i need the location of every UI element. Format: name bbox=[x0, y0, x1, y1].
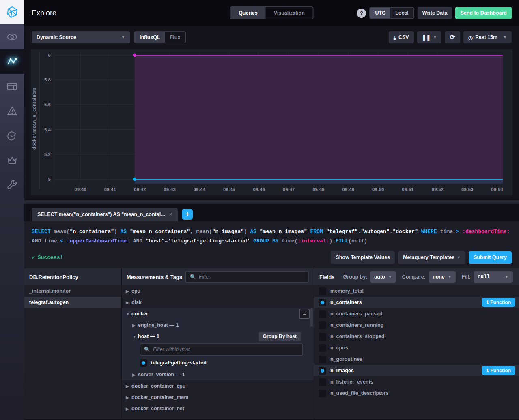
help-icon[interactable]: ? bbox=[357, 9, 366, 18]
tag-key-label: server_version — 1 bbox=[138, 372, 185, 377]
svg-text:09:54: 09:54 bbox=[491, 187, 503, 192]
svg-text:09:48: 09:48 bbox=[312, 187, 325, 192]
sidebar-item-configuration[interactable] bbox=[0, 173, 24, 197]
database-column: DB.RetentionPolicy _internal.monitortele… bbox=[24, 268, 122, 419]
sidebar-item-data-explorer[interactable] bbox=[0, 49, 24, 74]
function-count-badge[interactable]: 1 Function bbox=[482, 298, 515, 307]
tag-value-filter-input[interactable]: 🔍Filter within host bbox=[140, 343, 303, 356]
add-query-tab-button[interactable]: + bbox=[182, 209, 193, 220]
tab-visualization[interactable]: Visualization bbox=[266, 7, 313, 19]
measurement-label: cpu bbox=[131, 288, 140, 294]
field-row[interactable]: n_goroutines bbox=[314, 354, 519, 365]
chevron-right-icon: ▶ bbox=[132, 323, 138, 328]
field-row[interactable]: n_containers_running bbox=[314, 319, 519, 331]
show-template-values-button[interactable]: Show Template Values bbox=[331, 251, 395, 264]
refresh-button[interactable]: ⟳ bbox=[445, 31, 460, 43]
compare-dropdown[interactable]: none ▼ bbox=[429, 271, 456, 283]
db-list: _internal.monitortelegraf.autogen bbox=[24, 285, 121, 308]
query-status: ✔ Success! bbox=[32, 254, 63, 261]
svg-text:09:51: 09:51 bbox=[402, 187, 414, 192]
autorefresh-pause-dropdown[interactable]: ❚❚ ▼ bbox=[417, 31, 442, 43]
sidebar-item-organizations[interactable] bbox=[0, 148, 24, 173]
view-toggle: Queries Visualization bbox=[230, 6, 314, 19]
query-editor-section: SELECT mean("n_containers") AS "mean_n_c… bbox=[24, 204, 519, 268]
checkbox-checked-icon[interactable] bbox=[319, 367, 326, 375]
group-by-dropdown[interactable]: auto ▼ bbox=[370, 271, 396, 283]
tag-key-row[interactable]: ▼host — 1Group By host bbox=[122, 331, 314, 342]
checkbox-icon[interactable] bbox=[319, 390, 326, 397]
measurement-label: docker bbox=[131, 311, 148, 317]
checkbox-checked-icon[interactable] bbox=[319, 299, 326, 306]
chronograf-logo-icon[interactable] bbox=[0, 0, 24, 24]
svg-text:09:46: 09:46 bbox=[253, 187, 265, 192]
measurement-row[interactable]: ▶docker_container_net bbox=[122, 403, 314, 414]
function-count-badge[interactable]: 1 Function bbox=[482, 366, 515, 375]
equals-filter-badge[interactable]: = bbox=[299, 309, 310, 319]
close-icon[interactable]: × bbox=[169, 211, 172, 217]
fields-column: Fields Group by: auto ▼ Compare: none ▼ … bbox=[314, 268, 519, 419]
wrench-icon bbox=[6, 180, 18, 191]
sidebar-item-alerts[interactable] bbox=[0, 99, 24, 123]
query-tab[interactable]: SELECT mean("n_containers") AS "mean_n_c… bbox=[32, 208, 178, 221]
field-row[interactable]: n_images1 Function bbox=[314, 365, 519, 376]
measurement-row[interactable]: ▶docker_container_mem bbox=[122, 392, 314, 403]
sidebar-item-hosts[interactable] bbox=[0, 24, 24, 49]
checkbox-icon[interactable] bbox=[319, 333, 326, 341]
field-row[interactable]: n_containers_paused bbox=[314, 308, 519, 319]
visualization-section: docker.mean_n_containers55.25.45.65.8609… bbox=[24, 49, 519, 200]
measurement-row[interactable]: ▶cpu bbox=[122, 285, 314, 297]
sidebar-item-dashboards[interactable] bbox=[0, 74, 24, 99]
group-by-host-button[interactable]: Group By host bbox=[259, 332, 301, 341]
field-row[interactable]: n_listener_events bbox=[314, 376, 519, 388]
field-name: n_containers_stopped bbox=[330, 334, 384, 339]
tab-queries[interactable]: Queries bbox=[230, 7, 266, 19]
field-row[interactable]: n_containers_stopped bbox=[314, 331, 519, 342]
checkbox-icon[interactable] bbox=[319, 356, 326, 363]
source-dropdown[interactable]: Dynamic Source ▼ bbox=[32, 31, 130, 43]
fields-column-header: Fields bbox=[319, 274, 335, 280]
tag-value-row[interactable]: telegraf-getting-started bbox=[122, 357, 314, 369]
field-row[interactable]: n_cpus bbox=[314, 342, 519, 354]
checkbox-icon[interactable] bbox=[319, 310, 326, 318]
field-name: n_used_file_descriptors bbox=[330, 390, 389, 396]
download-csv-button[interactable]: ⤓ CSV bbox=[389, 31, 413, 43]
metaquery-templates-dropdown[interactable]: Metaquery Templates ▼ bbox=[398, 251, 465, 264]
send-to-dashboard-button[interactable]: Send to Dashboard bbox=[455, 7, 512, 19]
refresh-icon: ⟳ bbox=[450, 34, 455, 41]
alert-triangle-icon bbox=[6, 105, 18, 117]
checkbox-icon[interactable] bbox=[319, 287, 326, 295]
checkbox-icon[interactable] bbox=[319, 321, 326, 329]
panel-resize-handle[interactable] bbox=[24, 200, 519, 204]
measurement-row[interactable]: ▶disk bbox=[122, 297, 314, 308]
chart-panel[interactable]: docker.mean_n_containers55.25.45.65.8609… bbox=[31, 49, 512, 195]
fill-dropdown[interactable]: null ▼ bbox=[474, 271, 513, 283]
scrollbar[interactable] bbox=[310, 308, 313, 327]
local-toggle-option[interactable]: Local bbox=[390, 8, 413, 18]
chevron-down-icon: ▼ bbox=[433, 35, 437, 39]
write-data-button[interactable]: Write Data bbox=[418, 7, 452, 19]
db-list-item[interactable]: _internal.monitor bbox=[24, 285, 121, 297]
db-list-item[interactable]: telegraf.autogen bbox=[24, 297, 121, 308]
checkbox-checked-icon[interactable] bbox=[140, 359, 147, 367]
field-row[interactable]: n_containers1 Function bbox=[314, 297, 519, 308]
checkbox-icon[interactable] bbox=[319, 344, 326, 352]
tag-key-row[interactable]: ▶server_version — 1 bbox=[122, 369, 314, 380]
field-row[interactable]: n_used_file_descriptors bbox=[314, 388, 519, 399]
checkbox-icon[interactable] bbox=[319, 378, 326, 386]
tag-key-row[interactable]: ▶engine_host — 1 bbox=[122, 319, 314, 331]
influxql-toggle-option[interactable]: InfluxQL bbox=[135, 32, 165, 43]
utc-toggle-option[interactable]: UTC bbox=[370, 8, 390, 18]
measurement-row[interactable]: ▶docker_container_cpu bbox=[122, 380, 314, 392]
measurement-row[interactable]: ▼docker= bbox=[122, 308, 314, 319]
page-title: Explore bbox=[32, 9, 56, 17]
flux-toggle-option[interactable]: Flux bbox=[165, 32, 185, 43]
measurement-filter-input[interactable]: 🔍 Filter bbox=[185, 271, 309, 283]
admin-icon bbox=[6, 130, 18, 141]
check-icon: ✔ bbox=[32, 254, 35, 261]
sidebar-item-admin[interactable] bbox=[0, 123, 24, 148]
time-range-dropdown[interactable]: ◷ Past 15m ▼ bbox=[463, 31, 512, 43]
field-row[interactable]: memory_total bbox=[314, 285, 519, 297]
query-text-input[interactable]: SELECT mean("n_containers") AS "mean_n_c… bbox=[32, 227, 512, 246]
svg-text:09:43: 09:43 bbox=[164, 187, 175, 192]
submit-query-button[interactable]: Submit Query bbox=[469, 251, 512, 264]
